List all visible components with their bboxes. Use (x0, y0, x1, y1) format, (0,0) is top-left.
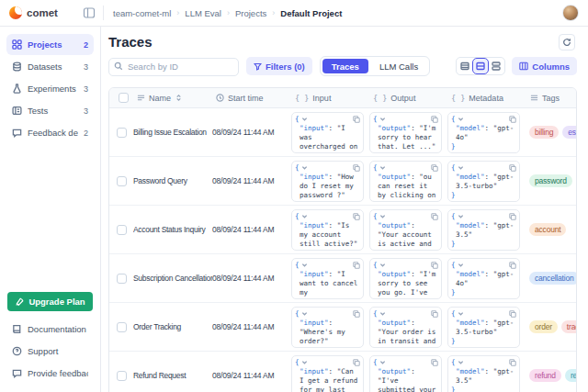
copy-icon[interactable] (509, 310, 516, 318)
book-icon (12, 324, 22, 334)
density-large-button[interactable] (489, 59, 503, 73)
density-small-button[interactable] (458, 59, 472, 73)
copy-icon[interactable] (353, 164, 360, 172)
upgrade-plan-button[interactable]: Upgrade Plan (7, 292, 93, 311)
sidebar-item-experiments[interactable]: Experiments 3 (6, 78, 94, 99)
copy-icon[interactable] (431, 359, 438, 366)
chevron-down-icon[interactable] (458, 116, 464, 122)
comet-logo[interactable]: comet (0, 6, 72, 19)
metadata-json-cell[interactable]: { "model": "gpt-4o" } (447, 112, 520, 153)
metadata-json-cell[interactable]: { "model": "gpt-4o" } (447, 258, 520, 299)
copy-icon[interactable] (509, 213, 516, 220)
breadcrumb-projects[interactable]: Projects (235, 8, 266, 18)
output-json-cell[interactable]: { "output": "ou can reset it by clicking… (369, 161, 442, 202)
copy-icon[interactable] (509, 262, 516, 269)
chevron-down-icon[interactable] (458, 213, 464, 219)
copy-icon[interactable] (509, 359, 516, 366)
chevron-down-icon[interactable] (379, 310, 386, 317)
table-row[interactable]: Subscription Cancellation 08/09/24 11:44… (109, 254, 576, 303)
sidebar-item-projects[interactable]: Projects 2 (6, 34, 94, 55)
chevron-down-icon[interactable] (301, 262, 308, 268)
column-header-name[interactable]: Name (133, 94, 212, 103)
copy-icon[interactable] (509, 116, 516, 123)
output-json-cell[interactable]: { "output": "I'm sorry to hear that. Let… (369, 112, 442, 153)
sort-icon[interactable] (175, 94, 183, 102)
copy-icon[interactable] (431, 262, 438, 269)
sidebar-item-support[interactable]: Support (6, 341, 94, 362)
sidebar-item-datasets[interactable]: Datasets 3 (6, 56, 94, 77)
input-json-cell[interactable]: { "input": "I was overcharged on my last… (291, 112, 364, 153)
row-checkbox[interactable] (117, 176, 127, 186)
chevron-down-icon[interactable] (301, 310, 308, 317)
input-json-cell[interactable]: { "input": "How do I reset my password ?… (291, 161, 364, 202)
chevron-down-icon[interactable] (379, 213, 386, 219)
metadata-json-cell[interactable]: { "model": "gpt-3.5" } (447, 209, 520, 251)
copy-icon[interactable] (353, 310, 360, 318)
table-row[interactable]: Order Tracking 08/09/24 11:44 AM { "inpu… (109, 303, 576, 352)
output-json-cell[interactable]: { "output": "I've submitted your refund … (369, 355, 442, 392)
table-row[interactable]: Account Status Inquiry 08/09/24 11:44 AM… (109, 206, 576, 254)
copy-icon[interactable] (353, 116, 360, 123)
copy-icon[interactable] (431, 310, 438, 318)
filters-button[interactable]: Filters (0) (246, 57, 312, 75)
output-json-cell[interactable]: { "output": "Your account is active and … (369, 209, 442, 251)
copy-icon[interactable] (353, 359, 360, 366)
sidebar-item-tests[interactable]: Tests 3 (6, 100, 94, 121)
trace-start-time: 08/09/24 11:44 AM (212, 225, 291, 234)
table-row[interactable]: Billing Issue Escalation 08/09/24 11:44 … (109, 108, 576, 157)
copy-icon[interactable] (509, 164, 516, 172)
input-json-cell[interactable]: { "input": "I want to cancel my subscrip… (291, 258, 364, 299)
chevron-down-icon[interactable] (379, 164, 386, 171)
chevron-down-icon[interactable] (301, 359, 308, 365)
row-checkbox[interactable] (117, 225, 127, 235)
row-checkbox[interactable] (117, 128, 127, 138)
refresh-button[interactable] (559, 34, 575, 50)
chevron-down-icon[interactable] (458, 262, 464, 268)
sidebar-item-provide-feedback[interactable]: Provide feedback (6, 363, 94, 384)
chevron-down-icon[interactable] (301, 116, 308, 122)
tab-traces[interactable]: Traces (322, 59, 368, 73)
metadata-json-cell[interactable]: { "model": "gpt-3.5" } (447, 355, 520, 392)
row-checkbox[interactable] (117, 274, 127, 284)
sidebar-item-documentation[interactable]: Documentation (6, 319, 94, 340)
top-bar: comet team-comet-ml › LLM Eval › Project… (0, 0, 588, 27)
divider (103, 6, 104, 20)
breadcrumb-project-group[interactable]: LLM Eval (185, 8, 221, 18)
sidebar-toggle-icon[interactable] (83, 6, 96, 19)
chevron-down-icon[interactable] (458, 310, 464, 317)
table-row[interactable]: Password Query 08/09/24 11:44 AM { "inpu… (109, 157, 576, 206)
table-row[interactable]: Refund Request 08/09/24 11:44 AM { "inpu… (109, 352, 576, 392)
sidebar-item-feedback-definitions[interactable]: Feedback definitions 2 (6, 122, 94, 143)
copy-icon[interactable] (353, 262, 360, 269)
user-avatar[interactable] (562, 5, 579, 21)
input-json-cell[interactable]: { "input": "Can I get a refund for my la… (291, 355, 364, 392)
chevron-down-icon[interactable] (379, 116, 386, 122)
metadata-json-cell[interactable]: { "model": "gpt-3.5-turbo" } (447, 161, 520, 202)
copy-icon[interactable] (431, 213, 438, 220)
metadata-json-cell[interactable]: { "model": "gpt-3.5-turbo" } (447, 307, 520, 348)
column-header-start-time: Start time (212, 94, 291, 103)
tab-llm-calls[interactable]: LLM Calls (370, 59, 427, 73)
chevron-down-icon[interactable] (379, 359, 386, 365)
input-json-cell[interactable]: { "input": "Is my account still active?"… (291, 209, 364, 251)
copy-icon[interactable] (431, 116, 438, 123)
density-medium-button[interactable] (473, 59, 488, 73)
chevron-down-icon[interactable] (301, 164, 308, 171)
table-header: Name Start time { } Input { } Output { } (109, 88, 576, 108)
chevron-down-icon[interactable] (458, 164, 464, 171)
output-json-cell[interactable]: { "output": "Your order is in transit an… (369, 307, 442, 348)
breadcrumb-workspace[interactable]: team-comet-ml (113, 8, 171, 18)
tags-cell: refundrequest (526, 369, 576, 382)
chevron-down-icon[interactable] (379, 262, 386, 268)
chevron-down-icon[interactable] (458, 359, 464, 365)
search-input[interactable] (108, 58, 239, 76)
output-json-cell[interactable]: { "output": "I'm sorry to see you go. I'… (369, 258, 442, 299)
select-all-checkbox[interactable] (119, 93, 129, 103)
copy-icon[interactable] (353, 213, 360, 220)
row-checkbox[interactable] (117, 322, 127, 332)
input-json-cell[interactable]: { "input": "Where's my order?" } (291, 307, 364, 348)
copy-icon[interactable] (431, 164, 438, 172)
chevron-down-icon[interactable] (301, 213, 308, 219)
row-checkbox[interactable] (117, 371, 127, 381)
columns-button[interactable]: Columns (512, 57, 577, 75)
